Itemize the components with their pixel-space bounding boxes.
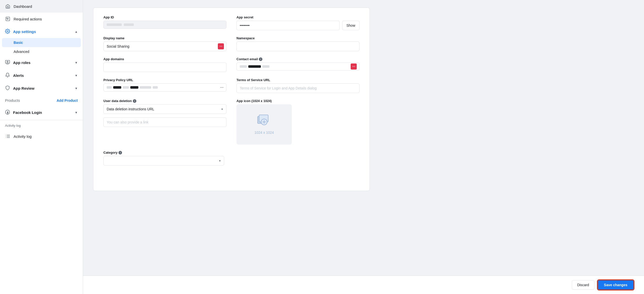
app-secret-input[interactable]	[236, 21, 340, 30]
show-secret-button[interactable]: Show	[342, 21, 359, 30]
app-id-blur-1	[107, 23, 122, 26]
sidebar-item-facebook-login-label: Facebook Login	[13, 110, 42, 115]
upload-icon	[257, 114, 271, 128]
privacy-policy-field[interactable]: ⋯	[103, 83, 226, 91]
activity-log-section-label: Activity log	[0, 121, 83, 130]
user-data-deletion-group: User data deletion i Data deletion instr…	[103, 99, 226, 145]
contact-email-group: Contact email i ⋯	[236, 57, 359, 72]
list-icon	[5, 134, 11, 139]
sidebar-item-required-actions[interactable]: Required actions	[0, 13, 83, 25]
products-label: Products	[5, 98, 20, 103]
category-select[interactable]	[103, 156, 224, 166]
sidebar-item-activity-log-label: Activity log	[14, 134, 32, 139]
sidebar-item-facebook-login[interactable]: Facebook Login ▼	[0, 106, 83, 119]
card-footer: Discard Save changes	[83, 276, 644, 294]
category-group: Category i	[103, 151, 359, 166]
app-domains-input[interactable]	[103, 62, 226, 72]
settings-card: App ID App secret Show Display name	[93, 8, 370, 191]
data-deletion-select[interactable]: Data deletion instructions URL	[103, 104, 226, 114]
privacy-policy-group: Privacy Policy URL ⋯	[103, 78, 226, 93]
form-grid: App ID App secret Show Display name	[103, 15, 359, 145]
app-roles-icon	[5, 60, 10, 66]
chevron-down-icon-alerts: ▼	[75, 74, 78, 77]
chevron-up-icon: ▲	[75, 30, 78, 34]
display-name-input-wrapper: ⋯	[103, 42, 226, 51]
display-name-group: Display name ⋯	[103, 36, 226, 51]
sidebar-item-app-review[interactable]: App Review ▼	[0, 82, 83, 95]
sidebar-item-app-roles-label: App roles	[13, 60, 30, 65]
data-deletion-select-wrapper: Data deletion instructions URL	[103, 104, 226, 114]
email-blur-3	[262, 65, 269, 68]
bell-icon	[5, 73, 10, 78]
app-icon-label: App icon (1024 x 1024)	[236, 99, 359, 103]
contact-email-field: ⋯	[236, 62, 359, 71]
sidebar-divider	[0, 120, 83, 120]
display-name-input[interactable]	[103, 42, 226, 51]
sidebar-item-advanced[interactable]: Advanced	[0, 47, 83, 56]
chevron-down-icon-fb: ▼	[75, 111, 78, 114]
sidebar-item-required-actions-label: Required actions	[14, 17, 42, 21]
namespace-group: Namespace	[236, 36, 359, 51]
app-domains-group: App domains	[103, 57, 226, 72]
category-info-icon[interactable]: i	[118, 151, 122, 154]
app-id-blur-2	[124, 23, 134, 26]
namespace-label: Namespace	[236, 36, 359, 40]
sidebar-item-activity-log[interactable]: Activity log	[0, 130, 83, 143]
category-label: Category i	[103, 151, 359, 154]
contact-email-label: Contact email i	[236, 57, 359, 61]
required-actions-icon	[5, 16, 11, 22]
terms-of-service-label: Terms of Service URL	[236, 78, 359, 82]
svg-point-4	[7, 31, 8, 32]
sidebar-item-app-roles[interactable]: App roles ▼	[0, 56, 83, 69]
shield-icon	[5, 85, 10, 91]
sidebar: Dashboard Required actions App settings …	[0, 0, 83, 294]
contact-email-info-icon[interactable]: i	[259, 57, 262, 61]
save-changes-button[interactable]: Save changes	[597, 280, 634, 290]
home-icon	[5, 4, 11, 9]
category-select-wrapper	[103, 156, 224, 166]
svg-point-6	[7, 61, 8, 62]
svg-rect-5	[6, 60, 10, 63]
app-secret-label: App secret	[236, 15, 359, 19]
app-id-label: App ID	[103, 15, 226, 19]
contact-email-icon-btn[interactable]: ⋯	[351, 63, 357, 70]
sidebar-item-app-settings[interactable]: App settings ▲	[0, 25, 83, 38]
sidebar-item-alerts-label: Alerts	[13, 73, 24, 78]
display-name-label: Display name	[103, 36, 226, 40]
products-row: Products Add Product	[0, 95, 83, 106]
app-icon-size-label: 1024 x 1024	[254, 130, 274, 135]
chevron-down-icon-review: ▼	[75, 87, 78, 90]
facebook-login-icon	[5, 110, 10, 115]
privacy-policy-label: Privacy Policy URL	[103, 78, 226, 82]
user-data-deletion-label: User data deletion i	[103, 99, 226, 103]
terms-of-service-group: Terms of Service URL	[236, 78, 359, 93]
sidebar-item-alerts[interactable]: Alerts ▼	[0, 69, 83, 82]
app-secret-group: App secret Show	[236, 15, 359, 30]
app-id-group: App ID	[103, 15, 226, 30]
sidebar-item-dashboard[interactable]: Dashboard	[0, 0, 83, 13]
email-blur-2	[248, 65, 261, 68]
sidebar-item-app-review-label: App Review	[13, 86, 34, 90]
namespace-input[interactable]	[236, 42, 359, 51]
privacy-policy-icon-btn[interactable]: ⋯	[220, 85, 224, 89]
sidebar-item-dashboard-label: Dashboard	[14, 4, 32, 9]
add-product-link[interactable]: Add Product	[57, 99, 78, 103]
gear-icon	[5, 29, 10, 35]
app-domains-label: App domains	[103, 57, 226, 61]
app-secret-row: Show	[236, 21, 359, 30]
terms-of-service-input[interactable]	[236, 83, 359, 93]
display-name-icon-btn[interactable]: ⋯	[218, 43, 224, 49]
app-settings-submenu: Basic Advanced	[0, 38, 83, 56]
email-blur-1	[240, 65, 247, 68]
chevron-down-icon: ▼	[75, 61, 78, 64]
app-icon-upload-box[interactable]: 1024 x 1024	[236, 104, 292, 145]
main-content: App ID App secret Show Display name	[83, 0, 644, 294]
discard-button[interactable]: Discard	[572, 280, 594, 290]
user-data-deletion-info-icon[interactable]: i	[133, 99, 136, 103]
sidebar-item-app-settings-label: App settings	[13, 29, 36, 34]
app-id-field	[103, 21, 226, 29]
app-icon-group: App icon (1024 x 1024) 1024 x 1024	[236, 99, 359, 145]
sidebar-item-basic[interactable]: Basic	[2, 38, 81, 47]
data-deletion-link-input[interactable]	[103, 117, 226, 127]
